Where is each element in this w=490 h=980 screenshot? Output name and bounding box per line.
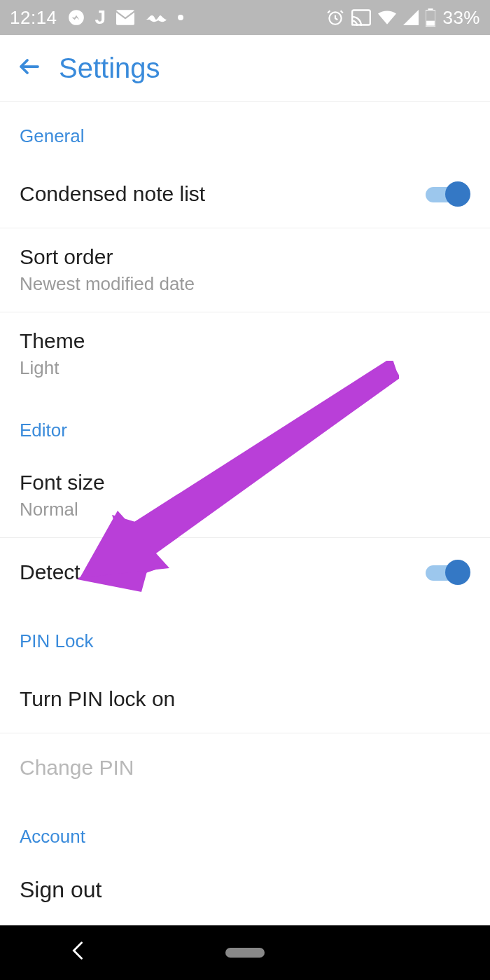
status-bar: 12:14 J 33% <box>0 0 490 35</box>
row-font-size[interactable]: Font size Normal <box>0 454 490 538</box>
moustache-icon <box>144 11 168 24</box>
row-detect-links[interactable]: Detect links <box>0 538 490 607</box>
detect-links-toggle[interactable] <box>426 560 470 585</box>
theme-value: Light <box>20 357 470 379</box>
back-button[interactable] <box>17 54 59 82</box>
row-change-pin: Change PIN <box>0 733 490 802</box>
turn-pin-on-label: Turn PIN lock on <box>20 687 470 711</box>
android-nav-bar <box>0 925 490 980</box>
app-notif-icon: J <box>95 6 106 29</box>
more-notifs-dot <box>178 15 183 20</box>
page-title: Settings <box>59 53 160 84</box>
status-left: 12:14 J <box>10 6 183 29</box>
app-bar: Settings <box>0 35 490 102</box>
mail-icon <box>116 10 134 25</box>
detect-links-label: Detect links <box>20 560 426 584</box>
section-editor: Editor <box>0 396 490 454</box>
condensed-note-list-label: Condensed note list <box>20 182 426 206</box>
row-turn-pin-on[interactable]: Turn PIN lock on <box>0 665 490 733</box>
row-sort-order[interactable]: Sort order Newest modified date <box>0 228 490 312</box>
change-pin-label: Change PIN <box>20 756 470 780</box>
section-pinlock: PIN Lock <box>0 607 490 665</box>
condensed-note-list-toggle[interactable] <box>426 181 470 207</box>
row-theme[interactable]: Theme Light <box>0 312 490 396</box>
font-size-label: Font size <box>20 471 470 495</box>
messenger-icon <box>67 8 85 27</box>
signal-icon <box>403 10 419 25</box>
status-right: 33% <box>326 7 480 29</box>
sort-order-label: Sort order <box>20 245 470 269</box>
sort-order-value: Newest modified date <box>20 273 470 295</box>
status-time: 12:14 <box>10 7 57 29</box>
nav-home-pill[interactable] <box>225 948 265 958</box>
nav-back-icon[interactable] <box>71 941 85 965</box>
battery-percent: 33% <box>442 7 480 29</box>
section-account: Account <box>0 802 490 860</box>
theme-label: Theme <box>20 329 470 353</box>
svg-rect-6 <box>427 21 435 26</box>
section-general: General <box>0 102 490 160</box>
font-size-value: Normal <box>20 499 470 520</box>
wifi-icon <box>378 11 396 25</box>
sign-out-label: Sign out <box>20 877 470 903</box>
row-condensed-note-list[interactable]: Condensed note list <box>0 160 490 228</box>
row-sign-out[interactable]: Sign out <box>0 860 490 910</box>
battery-icon <box>426 8 435 27</box>
alarm-icon <box>326 8 344 27</box>
cast-icon <box>351 9 371 26</box>
settings-content: General Condensed note list Sort order N… <box>0 102 490 910</box>
